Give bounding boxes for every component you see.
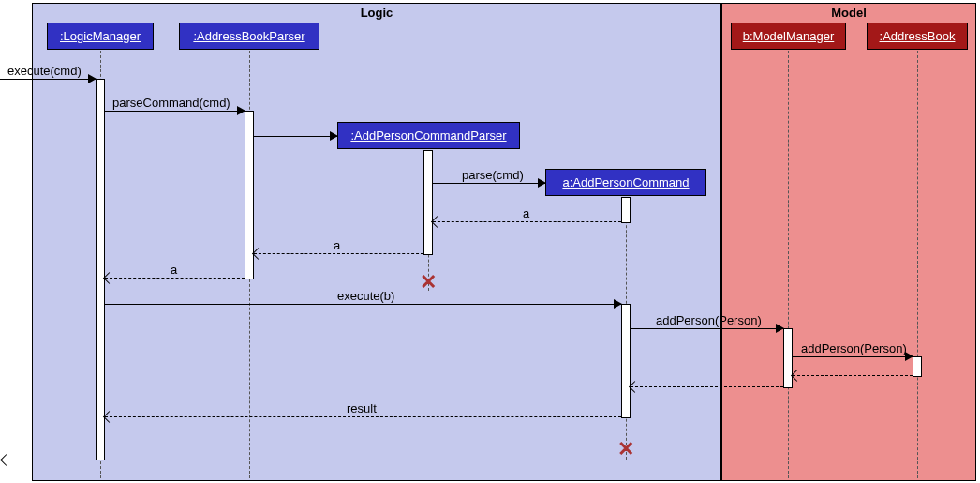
lifeline-modelmanager: b:ModelManager	[731, 23, 846, 50]
arrow-execute-cmd	[88, 74, 97, 83]
label-execute-b: execute(b)	[337, 289, 394, 303]
sequence-diagram: Logic Model :LogicManager :AddressBookPa…	[0, 0, 980, 483]
lifeline-line-modelmanager	[788, 51, 789, 478]
label-return-a-2: a	[334, 238, 340, 252]
return-external	[0, 460, 96, 460]
activation-addpersoncommand-2	[621, 304, 631, 418]
activation-logicmanager	[96, 79, 105, 460]
lifeline-addressbook: :AddressBook	[867, 23, 968, 50]
arrow-return-external	[0, 454, 12, 466]
arrow-parse	[538, 178, 546, 188]
destroy-apc: ✕	[617, 437, 634, 461]
frame-model-label: Model	[831, 6, 867, 20]
msg-execute-b	[105, 304, 621, 305]
return-mm-apc	[631, 386, 783, 387]
activation-modelmanager	[783, 328, 793, 388]
label-addperson-1: addPerson(Person)	[656, 313, 762, 327]
label-execute-cmd: execute(cmd)	[7, 64, 82, 78]
label-return-a-3: a	[171, 263, 177, 277]
lifeline-line-addressbook	[917, 51, 918, 478]
arrow-execute-b	[614, 299, 622, 309]
arrow-create-apcp	[330, 131, 338, 141]
label-return-a-1: a	[523, 206, 529, 220]
msg-parsecommand	[105, 111, 245, 112]
lifeline-addpersoncommandparser: :AddPersonCommandParser	[337, 122, 520, 149]
msg-parse	[433, 183, 545, 184]
lifeline-addressbookparser: :AddressBookParser	[179, 23, 319, 50]
label-return-result: result	[347, 401, 377, 415]
label-addperson-2: addPerson(Person)	[801, 341, 907, 355]
frame-model: Model	[721, 3, 976, 481]
destroy-apcp: ✕	[420, 270, 437, 294]
msg-create-apcp	[254, 136, 337, 137]
label-parsecommand: parseCommand(cmd)	[112, 96, 230, 110]
lifeline-addpersoncommand: a:AddPersonCommand	[545, 169, 706, 196]
arrow-parsecommand	[237, 106, 245, 115]
return-a-3	[105, 278, 245, 279]
label-parse: parse(cmd)	[462, 168, 524, 182]
return-a-1	[433, 221, 621, 222]
activation-addpersoncommand-1	[621, 197, 631, 223]
activation-addpersoncommandparser	[423, 150, 433, 255]
lifeline-logicmanager: :LogicManager	[47, 23, 154, 50]
msg-execute-cmd	[0, 79, 96, 80]
return-result	[105, 416, 621, 417]
msg-addperson-1	[631, 328, 783, 329]
return-a-2	[254, 253, 423, 254]
return-ab-mm	[793, 375, 913, 376]
msg-addperson-2	[793, 356, 913, 357]
frame-logic: Logic	[32, 3, 721, 481]
activation-addressbook	[913, 356, 922, 377]
arrow-addperson-1	[776, 324, 784, 333]
frame-logic-label: Logic	[361, 6, 393, 20]
